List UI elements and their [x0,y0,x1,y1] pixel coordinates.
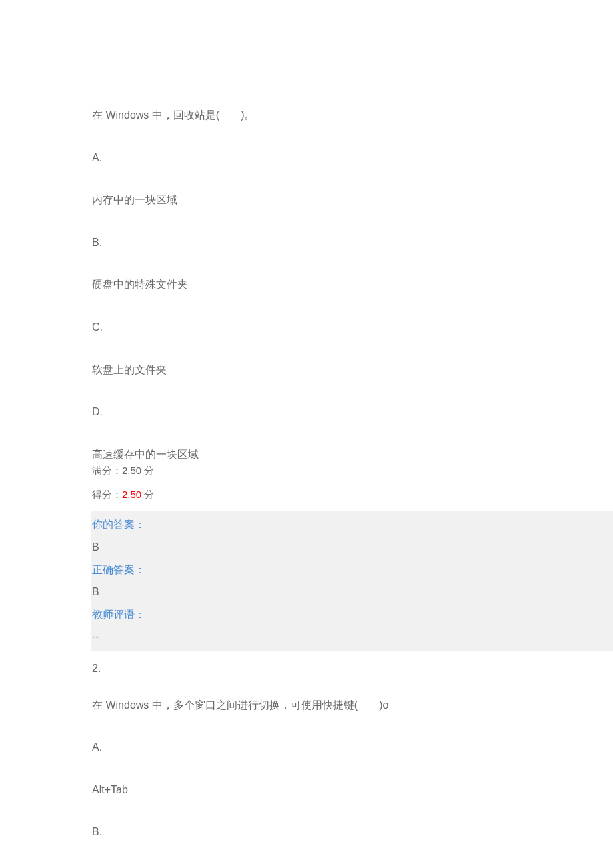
option-b-content: 硬盘中的特殊文件夹 [92,276,613,293]
dashed-separator [92,687,518,687]
option-b-label: B. [92,234,613,251]
full-score-value: 2.50 [122,465,141,476]
option-d-label: D. [92,403,613,421]
teacher-comment-value: -- [92,628,613,645]
earned-score-value: 2.50 [122,489,141,500]
full-score-unit: 分 [141,465,154,476]
option-a-label: A. [92,149,613,167]
your-answer-label: 你的答案： [92,516,613,533]
option-b-label: B. [92,823,613,841]
earned-score: 得分：2.50 分 [92,487,613,503]
option-c-content: 软盘上的文件夹 [92,361,613,379]
question-text: 在 Windows 中，多个窗口之间进行切换，可使用快捷键( )o [92,697,613,714]
option-d-content: 高速缓存中的一块区域 [92,446,613,463]
question-2: 2. 在 Windows 中，多个窗口之间进行切换，可使用快捷键( )o A. … [92,660,613,868]
correct-answer-label: 正确答案： [92,561,613,579]
option-c-label: C. [92,319,613,336]
earned-score-label: 得分： [92,489,122,500]
option-a-content: Alt+Tab [92,781,613,799]
question-text: 在 Windows 中，回收站是( )。 [92,107,613,124]
teacher-comment-label: 教师评语： [92,606,613,623]
earned-score-unit: 分 [141,489,154,500]
your-answer-value: B [92,539,613,556]
option-a-content: 内存中的一块区域 [92,191,613,209]
option-a-label: A. [92,739,613,756]
correct-answer-value: B [92,583,613,601]
full-score: 满分：2.50 分 [92,463,613,479]
full-score-label: 满分： [92,465,122,476]
question-1: 在 Windows 中，回收站是( )。 A. 内存中的一块区域 B. 硬盘中的… [92,107,613,651]
answer-block: 你的答案： B 正确答案： B 教师评语： -- [91,511,613,651]
question-number: 2. [92,660,613,677]
document-content: 在 Windows 中，回收站是( )。 A. 内存中的一块区域 B. 硬盘中的… [0,0,613,868]
